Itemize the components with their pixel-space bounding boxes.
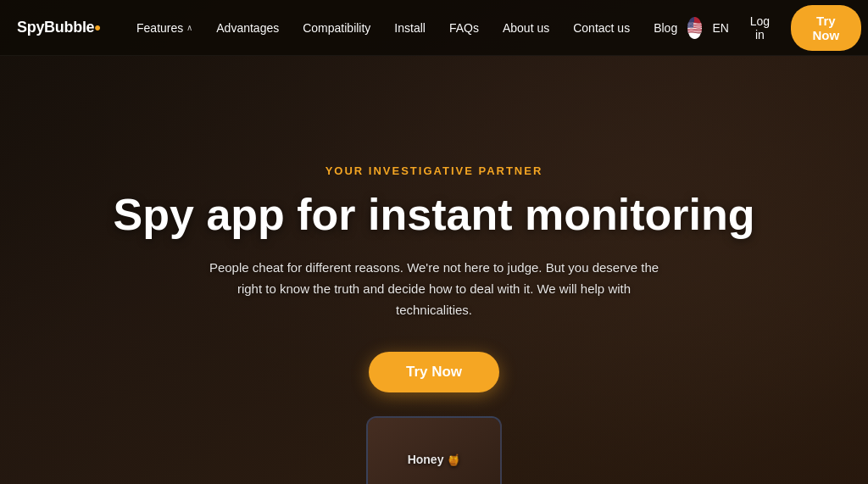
nav-item-install[interactable]: Install xyxy=(384,14,436,42)
nav-item-advantages[interactable]: Advantages xyxy=(206,14,289,42)
nav-item-about[interactable]: About us xyxy=(492,14,559,42)
navbar: SpyBubble • Features ∧ Advantages Compat… xyxy=(0,0,868,56)
hero-description: People cheat for different reasons. We'r… xyxy=(205,258,663,320)
logo-dot: • xyxy=(94,19,101,37)
logo-text: SpyBubble xyxy=(17,19,94,36)
login-button[interactable]: Log in xyxy=(739,8,781,48)
nav-item-features[interactable]: Features ∧ xyxy=(126,14,203,42)
logo[interactable]: SpyBubble • xyxy=(17,19,101,37)
hero-section: YOUR INVESTIGATIVE PARTNER Spy app for i… xyxy=(0,56,868,484)
nav-right: 🇺🇸 EN Log in Try Now xyxy=(687,5,860,51)
nav-item-blog[interactable]: Blog xyxy=(643,14,687,42)
flag-icon: 🇺🇸 xyxy=(687,17,702,39)
nav-item-faqs[interactable]: FAQs xyxy=(439,14,489,42)
chevron-down-icon: ∧ xyxy=(186,23,192,32)
language-label: EN xyxy=(712,21,728,35)
hero-tagline: YOUR INVESTIGATIVE PARTNER xyxy=(326,164,543,177)
nav-links: Features ∧ Advantages Compatibility Inst… xyxy=(126,14,687,42)
try-now-button-nav[interactable]: Try Now xyxy=(791,5,861,51)
try-now-button-hero[interactable]: Try Now xyxy=(369,352,499,392)
nav-item-compatibility[interactable]: Compatibility xyxy=(292,14,381,42)
hero-headline: Spy app for instant monitoring xyxy=(114,191,755,239)
nav-item-contact[interactable]: Contact us xyxy=(563,14,640,42)
